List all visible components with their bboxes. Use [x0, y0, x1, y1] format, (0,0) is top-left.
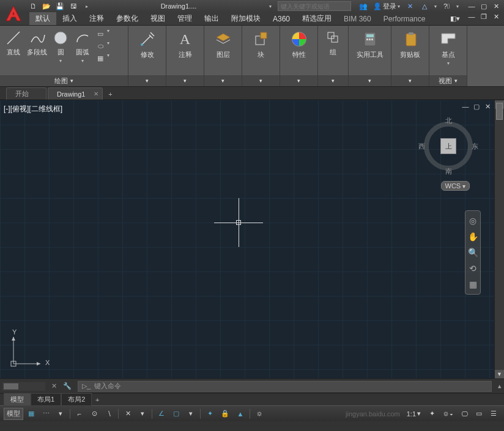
viewcube-south[interactable]: 南 [445, 167, 452, 176]
layout-2[interactable]: 布局2 [61, 393, 92, 406]
layout-1[interactable]: 布局1 [31, 393, 61, 406]
clipboard-button[interactable]: 剪贴板 [399, 28, 421, 61]
arc-button[interactable]: 圆弧 ▾ [73, 28, 92, 65]
scale-label[interactable]: 1:1▾ [404, 408, 424, 420]
panel-title-layers[interactable]: ▾ [204, 75, 242, 86]
osnap-icon[interactable]: ∠ [155, 408, 168, 420]
panel-title-view[interactable]: 视图▾ [429, 75, 467, 86]
transparency-icon[interactable]: 🔒 [218, 408, 232, 420]
infocenter-icon[interactable]: 👥 [358, 1, 368, 11]
tab-view[interactable]: 视图 [144, 12, 171, 25]
panel-title-util[interactable]: ▾ [349, 75, 391, 86]
ellipse-icon[interactable]: ⬭ [95, 40, 106, 51]
panel-title-clip[interactable]: ▾ [391, 75, 429, 86]
panel-title-draw[interactable]: 绘图▾ [0, 75, 128, 86]
layout-add-button[interactable]: + [92, 396, 103, 403]
customization-icon[interactable]: ☰ [487, 408, 500, 420]
app-store-icon[interactable]: △ [420, 1, 429, 11]
qat-more-icon[interactable]: ▸ [82, 1, 92, 11]
selection-icon[interactable]: ▲ [234, 408, 247, 420]
monitor-icon[interactable]: 🖵 [458, 408, 471, 420]
doc-minimize-button[interactable]: — [466, 12, 477, 21]
snap-dropdown-icon[interactable]: ▾ [54, 408, 67, 420]
tab-start[interactable]: 开始 [6, 87, 46, 100]
annovis-icon[interactable]: ✦ [425, 408, 439, 420]
help-dropdown-icon[interactable]: ▾ [456, 4, 459, 9]
vp-close-icon[interactable]: ✕ [483, 103, 492, 110]
viewcube-west[interactable]: 西 [418, 142, 425, 151]
modify-button[interactable]: 修改 [136, 28, 158, 61]
app-logo[interactable] [4, 4, 23, 23]
viewcube-north[interactable]: 北 [445, 116, 452, 125]
vp-maximize-icon[interactable]: ▢ [472, 103, 481, 110]
doc-restore-button[interactable]: ❐ [478, 12, 489, 21]
title-dropdown-icon[interactable]: ▾ [265, 1, 275, 11]
tab-output[interactable]: 输出 [198, 12, 225, 25]
panel-title-block[interactable]: ▾ [242, 75, 280, 86]
tab-addins[interactable]: 附加模块 [225, 12, 267, 25]
viewcube[interactable]: 上 北 南 东 西 [421, 119, 476, 174]
orbit-icon[interactable]: ⟲ [467, 262, 479, 274]
saveas-icon[interactable]: 🖫 [69, 1, 78, 11]
group-button[interactable]: 组 [324, 28, 343, 58]
close-button[interactable]: ✕ [491, 2, 502, 10]
annoscale-icon[interactable]: ⛭ [253, 408, 266, 420]
lineweight-icon[interactable]: ✦ [203, 408, 217, 420]
apps-dropdown-icon[interactable]: ▾ [434, 4, 437, 9]
vertical-scrollbar[interactable]: ▲ ▼ [494, 100, 504, 378]
cmd-customize-icon[interactable]: 🔧 [61, 382, 74, 390]
new-icon[interactable]: 🗋 [28, 1, 38, 11]
polartrack-dropdown-icon[interactable]: ▾ [136, 408, 149, 420]
tab-annotate[interactable]: 注释 [83, 12, 110, 25]
close-tab-icon[interactable]: ✕ [94, 90, 98, 97]
scroll-down-icon[interactable]: ▼ [495, 370, 504, 378]
rect-icon[interactable]: ▭ [95, 28, 106, 39]
snap-toggle-icon[interactable]: ⋯ [39, 408, 53, 420]
new-tab-button[interactable]: + [104, 89, 116, 100]
polyline-button[interactable]: 多段线 [26, 28, 48, 58]
polar-icon[interactable]: ⊙ [87, 408, 101, 420]
exchange-icon[interactable]: ✕ [405, 1, 415, 11]
panel-title-annot[interactable]: ▾ [166, 75, 204, 86]
cmd-close-icon[interactable]: ✕ [48, 382, 61, 390]
annotation-button[interactable]: A 注释 [174, 28, 196, 61]
wcs-badge[interactable]: WCS ▾ [441, 181, 470, 191]
doc-close-button[interactable]: ✕ [491, 12, 502, 21]
maximize-button[interactable]: ▢ [478, 2, 489, 10]
hatch-icon[interactable]: ▦ [95, 53, 106, 64]
layers-button[interactable]: 图层 [212, 28, 234, 61]
osnap-dropdown-icon[interactable]: ▾ [184, 408, 198, 420]
viewcube-east[interactable]: 东 [472, 142, 478, 151]
tab-parametric[interactable]: 参数化 [110, 12, 144, 25]
properties-button[interactable]: 特性 [288, 28, 310, 61]
vp-minimize-icon[interactable]: — [461, 103, 470, 110]
tab-performance[interactable]: Performance [377, 12, 432, 25]
command-input[interactable]: ▷_ 键入命令 [78, 381, 492, 392]
tab-bim360[interactable]: BIM 360 [338, 12, 377, 25]
base-dropdown-icon[interactable]: ▾ [447, 61, 450, 66]
zoom-icon[interactable]: 🔍 [467, 246, 479, 259]
scroll-thumb[interactable] [496, 103, 503, 120]
panel-title-modify[interactable]: ▾ [128, 75, 166, 86]
iso-icon[interactable]: ∖ [102, 408, 116, 420]
block-button[interactable]: 块 [250, 28, 272, 61]
arc-dropdown-icon[interactable]: ▾ [81, 58, 84, 64]
login-button[interactable]: 👤 登录 ▾ [373, 2, 400, 11]
tab-default[interactable]: 默认 [29, 12, 56, 25]
circle-dropdown-icon[interactable]: ▾ [59, 58, 62, 64]
help-icon[interactable]: ?⃝ [442, 1, 451, 11]
open-icon[interactable]: 📂 [42, 1, 51, 11]
polartrack-icon[interactable]: ✕ [121, 408, 135, 420]
tab-drawing1[interactable]: Drawing1✕ [48, 87, 103, 100]
ortho-icon[interactable]: ⌐ [73, 408, 86, 420]
tab-a360[interactable]: A360 [267, 12, 296, 25]
viewport-label[interactable]: [-][俯视][二维线框] [4, 104, 62, 114]
tab-featured[interactable]: 精选应用 [296, 12, 338, 25]
pan-icon[interactable]: ✋ [467, 230, 479, 243]
layout-model[interactable]: 模型 [4, 393, 31, 406]
tab-insert[interactable]: 插入 [56, 12, 83, 25]
tab-manage[interactable]: 管理 [171, 12, 198, 25]
panel-title-group[interactable]: ▾ [318, 75, 348, 86]
workspace-icon[interactable]: ⛭▾ [440, 408, 456, 420]
save-icon[interactable]: 💾 [55, 1, 65, 11]
